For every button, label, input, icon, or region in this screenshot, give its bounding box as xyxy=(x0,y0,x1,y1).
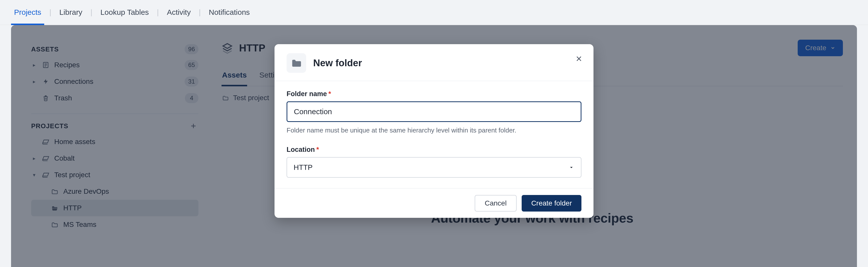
cancel-button[interactable]: Cancel xyxy=(475,195,517,211)
dialog-header: New folder xyxy=(275,44,593,81)
chevron-down-icon xyxy=(568,164,575,170)
dialog-title: New folder xyxy=(313,58,362,68)
location-label: Location* xyxy=(286,146,582,154)
new-folder-dialog: New folder Folder name* Folder name must… xyxy=(275,44,593,218)
folder-name-label: Folder name* xyxy=(286,90,582,98)
nav-divider: | xyxy=(152,0,164,25)
create-folder-button[interactable]: Create folder xyxy=(522,195,582,211)
folder-name-input[interactable] xyxy=(286,101,582,122)
close-button[interactable] xyxy=(574,53,584,64)
tab-activity[interactable]: Activity xyxy=(164,0,194,25)
dialog-body: Folder name* Folder name must be unique … xyxy=(275,81,593,188)
location-select-value: HTTP xyxy=(293,163,313,172)
nav-divider: | xyxy=(85,0,97,25)
tab-library[interactable]: Library xyxy=(56,0,85,25)
location-select[interactable]: HTTP xyxy=(286,157,582,178)
tab-notifications[interactable]: Notifications xyxy=(206,0,253,25)
tab-projects[interactable]: Projects xyxy=(11,0,44,25)
folder-icon xyxy=(286,53,306,73)
folder-name-helper: Folder name must be unique at the same h… xyxy=(286,127,582,134)
dialog-footer: Cancel Create folder xyxy=(275,188,593,218)
nav-divider: | xyxy=(194,0,206,25)
top-nav: Projects | Library | Lookup Tables | Act… xyxy=(0,0,868,25)
nav-divider: | xyxy=(44,0,56,25)
tab-lookup-tables[interactable]: Lookup Tables xyxy=(97,0,152,25)
